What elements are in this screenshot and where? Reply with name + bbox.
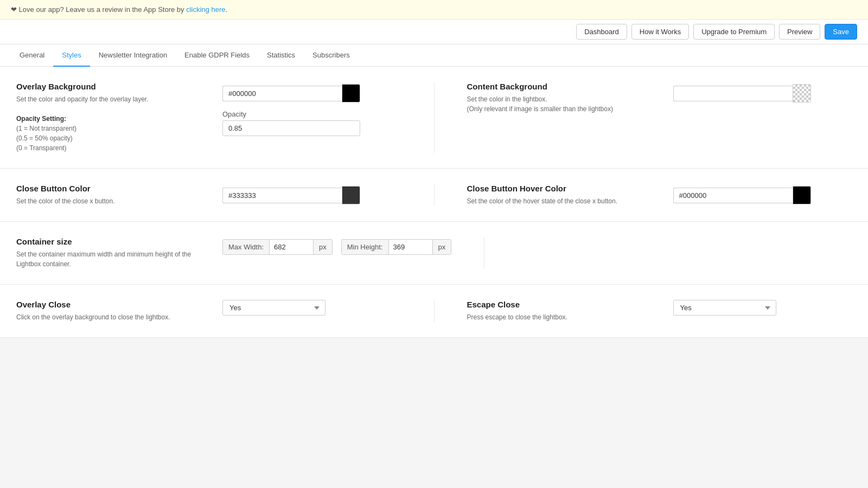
close-button-color-group: #333333 — [222, 186, 401, 204]
content-color-input[interactable] — [673, 86, 793, 101]
tab-newsletter[interactable]: Newsletter Integration — [90, 44, 176, 67]
content-color-group — [673, 84, 852, 102]
size-inputs-row: Max Width: 682 px Min Height: 369 px — [222, 239, 451, 255]
overlay-close-section: Overlay Close Click on the overlay backg… — [16, 300, 201, 322]
container-size-section: Container size Set the container maximum… — [16, 237, 201, 269]
tab-statistics[interactable]: Statistics — [258, 44, 304, 67]
opacity-hint3: (0 = Transparent) — [16, 144, 66, 152]
opacity-hint1: (1 = Not transparent) — [16, 125, 76, 132]
overlay-background-row: Overlay Background Set the color and opa… — [0, 67, 868, 169]
container-size-desc: Set the container maximum width and mini… — [16, 249, 201, 269]
close-button-color-swatch[interactable] — [342, 186, 360, 204]
section-divider2 — [434, 184, 435, 206]
opacity-field-label: Opacity — [222, 110, 401, 118]
overlay-close-inputs: Yes No — [222, 300, 401, 316]
escape-close-inputs: Yes No — [673, 300, 852, 316]
opacity-hint2: (0.5 = 50% opacity) — [16, 134, 73, 142]
max-width-px: px — [313, 240, 332, 254]
container-size-title: Container size — [16, 237, 201, 246]
tabs-bar: General Styles Newsletter Integration En… — [0, 44, 868, 67]
max-width-label: Max Width: — [223, 240, 270, 254]
container-size-inputs: Max Width: 682 px Min Height: 369 px — [222, 237, 451, 255]
tab-styles[interactable]: Styles — [53, 44, 90, 67]
banner-suffix: . — [225, 5, 227, 14]
overlay-background-desc: Set the color and opacity for the overla… — [16, 94, 201, 153]
section-divider — [434, 82, 435, 153]
close-button-color-inputs: #333333 — [222, 184, 401, 204]
content-color-swatch[interactable] — [793, 84, 811, 102]
overlay-background-section: Overlay Background Set the color and opa… — [16, 82, 201, 153]
banner-prefix: ❤ Love our app? Leave us a review in the… — [11, 5, 186, 14]
how-it-works-button[interactable]: How it Works — [631, 24, 689, 40]
tab-general[interactable]: General — [11, 44, 53, 67]
min-height-label: Min Height: — [342, 240, 389, 254]
close-button-hover-inputs: #000000 — [673, 184, 852, 204]
close-button-hover-swatch[interactable] — [793, 186, 811, 204]
dashboard-button[interactable]: Dashboard — [576, 24, 627, 40]
escape-close-title: Escape Close — [467, 300, 652, 309]
section-divider3 — [484, 237, 484, 269]
min-height-group: Min Height: 369 px — [341, 239, 451, 255]
max-width-group: Max Width: 682 px — [222, 239, 333, 255]
footer-space — [0, 338, 868, 488]
banner-text: ❤ Love our app? Leave us a review in the… — [11, 5, 227, 14]
overlay-color-input[interactable]: #000000 — [222, 86, 342, 101]
overlay-close-desc: Click on the overlay background to close… — [16, 312, 201, 322]
close-button-hover-desc: Set the color of the hover state of the … — [467, 196, 652, 206]
close-button-color-title: Close Button Color — [16, 184, 201, 193]
close-button-hover-title: Close Button Hover Color — [467, 184, 652, 193]
close-button-color-input[interactable]: #333333 — [222, 188, 342, 203]
close-button-hover-color-input[interactable]: #000000 — [673, 188, 793, 203]
preview-button[interactable]: Preview — [779, 24, 820, 40]
tab-gdpr[interactable]: Enable GDPR Fields — [176, 44, 258, 67]
max-width-input[interactable]: 682 — [270, 240, 313, 254]
overlay-background-inputs: #000000 Opacity 0.85 — [222, 82, 401, 136]
escape-close-select[interactable]: Yes No — [673, 300, 776, 316]
close-button-color-desc: Set the color of the close x button. — [16, 196, 201, 206]
overlay-background-title: Overlay Background — [16, 82, 201, 91]
upgrade-button[interactable]: Upgrade to Premium — [693, 24, 775, 40]
close-options-row: Overlay Close Click on the overlay backg… — [0, 285, 868, 338]
tab-subscribers[interactable]: Subscribers — [304, 44, 359, 67]
container-size-row: Container size Set the container maximum… — [0, 222, 868, 285]
min-height-px: px — [432, 240, 451, 254]
opacity-input[interactable]: 0.85 — [222, 120, 360, 136]
min-height-input[interactable]: 369 — [389, 240, 432, 254]
header-nav: Dashboard How it Works Upgrade to Premiu… — [0, 20, 868, 44]
overlay-color-swatch[interactable] — [342, 84, 360, 102]
content-background-section: Content Background Set the color in the … — [467, 82, 652, 114]
overlay-close-select[interactable]: Yes No — [222, 300, 326, 316]
overlay-color-group: #000000 — [222, 84, 401, 102]
main-content: Overlay Background Set the color and opa… — [0, 67, 868, 338]
content-background-inputs — [673, 82, 852, 102]
escape-close-section: Escape Close Press escape to close the l… — [467, 300, 652, 322]
overlay-close-title: Overlay Close — [16, 300, 201, 309]
content-background-desc: Set the color in the lightbox. (Only rel… — [467, 94, 652, 114]
close-button-row: Close Button Color Set the color of the … — [0, 169, 868, 222]
close-button-color-section: Close Button Color Set the color of the … — [16, 184, 201, 206]
section-divider4 — [434, 300, 435, 322]
opacity-setting-label: Opacity Setting: — [16, 115, 66, 123]
save-button[interactable]: Save — [825, 24, 857, 40]
close-button-hover-section: Close Button Hover Color Set the color o… — [467, 184, 652, 206]
promo-banner: ❤ Love our app? Leave us a review in the… — [0, 0, 868, 20]
content-background-title: Content Background — [467, 82, 652, 91]
close-button-hover-color-group: #000000 — [673, 186, 852, 204]
escape-close-desc: Press escape to close the lightbox. — [467, 312, 652, 322]
banner-link[interactable]: clicking here — [186, 5, 225, 14]
